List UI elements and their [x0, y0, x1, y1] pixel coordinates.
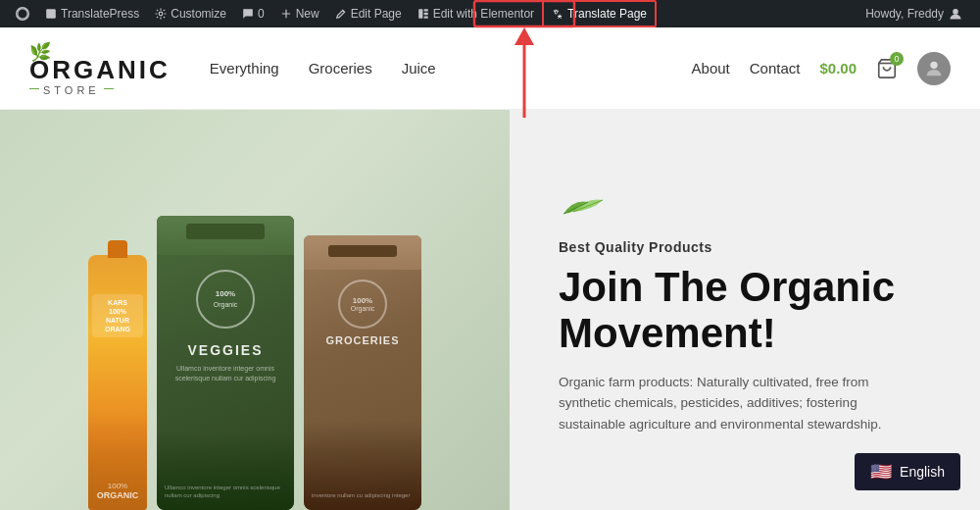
language-label: English [900, 464, 945, 480]
cart-count: 0 [890, 52, 904, 66]
language-flag: 🇺🇸 [870, 461, 892, 483]
edit-elementor-menu[interactable]: Edit with Elementor [410, 0, 542, 27]
logo[interactable]: 🌿 ORGANIC STORE [29, 41, 171, 96]
groceries-title: GROCERIES [325, 334, 399, 346]
hero-image: KARS100%NATURORANG 100% ORGANIC 100% Org… [0, 110, 510, 510]
cart-price: $0.00 [819, 60, 857, 76]
translate-page-menu[interactable]: Translate Page [542, 0, 657, 27]
cart-icon[interactable]: 0 [876, 58, 898, 79]
logo-store-text: STORE [39, 84, 104, 96]
hero-text: Best Quality Products Join The Organic M… [510, 110, 980, 510]
new-menu[interactable]: New [272, 0, 327, 27]
bag-text: Ullamco inventore integer omnis sceleris… [157, 364, 294, 383]
hero-subtitle: Best Quality Products [559, 239, 941, 255]
svg-point-0 [17, 8, 29, 21]
juice-label-text: KARS100%NATURORANG [94, 298, 141, 333]
admin-bar: TranslatePress Customize 0 New Edit Page… [0, 0, 980, 27]
nav-contact[interactable]: Contact [750, 60, 801, 76]
hero-description: Organic farm products: Naturally cultiva… [559, 372, 911, 435]
customize-menu[interactable]: Customize [147, 0, 234, 27]
svg-point-2 [159, 12, 163, 16]
nav-juice[interactable]: Juice [402, 60, 436, 76]
edit-page-menu[interactable]: Edit Page [327, 0, 410, 27]
hero-leaf-icon [559, 194, 941, 228]
hero-title: Join The Organic Movement! [559, 265, 941, 355]
main-nav: Everything Groceries Juice [210, 60, 692, 76]
svg-rect-5 [423, 13, 427, 15]
nav-groceries[interactable]: Groceries [309, 60, 372, 76]
products-display: KARS100%NATURORANG 100% ORGANIC 100% Org… [0, 110, 510, 510]
admin-wp-icon[interactable] [8, 0, 37, 27]
translatepress-menu[interactable]: TranslatePress [37, 0, 147, 27]
admin-user-greeting: Howdy, Freddy [856, 7, 972, 21]
svg-rect-6 [423, 16, 427, 18]
nav-about[interactable]: About [692, 60, 730, 76]
juice-bottle: KARS100%NATURORANG 100% ORGANIC [88, 255, 147, 510]
svg-point-7 [953, 9, 958, 15]
avatar[interactable] [917, 52, 951, 85]
svg-rect-4 [423, 9, 427, 11]
svg-rect-1 [46, 9, 56, 19]
veggies-bag: 100% Organic VEGGIES Ullamco inventore i… [157, 216, 294, 510]
nav-everything[interactable]: Everything [210, 60, 279, 76]
organic-badge: 100% Organic [196, 270, 255, 329]
hero-section: KARS100%NATURORANG 100% ORGANIC 100% Org… [0, 110, 980, 510]
navigation: 🌿 ORGANIC STORE Everything Groceries Jui… [0, 27, 980, 110]
nav-right: About Contact $0.00 0 [692, 52, 951, 85]
bag-content: 100% Organic VEGGIES Ullamco inventore i… [157, 270, 294, 383]
comments-menu[interactable]: 0 [234, 0, 272, 27]
svg-point-9 [930, 61, 937, 68]
logo-name: ORGANIC [29, 57, 171, 82]
bag-seal [186, 224, 265, 239]
bag-title: VEGGIES [187, 342, 263, 358]
svg-rect-3 [418, 9, 422, 19]
language-switcher[interactable]: 🇺🇸 English [855, 453, 960, 490]
groceries-bag: 100% Organic GROCERIES inventore nullam … [304, 235, 421, 510]
